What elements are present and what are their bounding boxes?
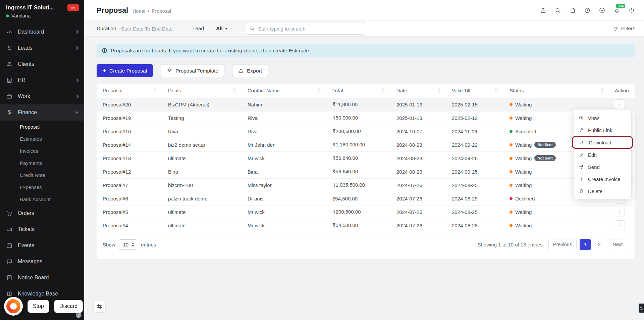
sidebar-item-finance[interactable]: $ Finance xyxy=(0,104,84,121)
sidebar-item-hr[interactable]: HR xyxy=(0,72,84,88)
sidebar-item-dashboard[interactable]: Dashboard xyxy=(0,24,84,40)
column-header-proposal[interactable]: Proposal xyxy=(97,84,162,98)
page-2-button[interactable]: 2 xyxy=(594,239,605,250)
search-button[interactable] xyxy=(553,6,562,15)
column-header-valid-till[interactable]: Valid Till xyxy=(446,84,503,98)
cell-date: 2024-08-23 xyxy=(390,165,446,178)
gift-button[interactable] xyxy=(539,6,547,15)
menu-item-view[interactable]: View xyxy=(574,112,631,124)
cell-proposal: Proposal#5 xyxy=(97,205,162,219)
stop-button[interactable]: Stop xyxy=(28,300,49,313)
sidebar-item-work[interactable]: Work xyxy=(0,88,84,104)
sidebar-item-leads[interactable]: Leads xyxy=(0,40,84,56)
edit-icon xyxy=(579,152,584,157)
cell-date: 2025-01-13 xyxy=(390,111,446,125)
menu-item-delete[interactable]: Delete xyxy=(574,185,631,197)
menu-item-download[interactable]: Download xyxy=(572,136,633,149)
show-label: Show xyxy=(103,242,115,247)
cell-valid-till: 2024-08-28 xyxy=(446,219,503,232)
duration-input[interactable] xyxy=(121,26,188,32)
cell-total: ₹200,600.00 xyxy=(326,205,390,219)
download-icon xyxy=(580,140,585,145)
cell-deals: Bina xyxy=(162,165,241,178)
cell-status: Waiting xyxy=(503,98,609,111)
cell-total: $54,500.00 xyxy=(326,192,390,205)
cell-deals: ultimate xyxy=(162,205,241,219)
cell-action xyxy=(609,219,635,232)
power-button[interactable] xyxy=(627,6,636,15)
sidebar-item-tickets[interactable]: Tickets xyxy=(0,221,84,237)
filters-button[interactable]: Filters xyxy=(613,26,635,32)
previous-page-button[interactable]: Previous xyxy=(548,239,577,250)
proposal-template-button[interactable]: Proposal Template xyxy=(161,64,224,77)
cell-valid-till: 2024-09-26 xyxy=(446,151,503,165)
page-title: Proposal xyxy=(97,6,128,15)
sidebar-subitem-bank-account[interactable]: Bank Account xyxy=(0,193,84,205)
table-header-row: Proposal Deals Contact Name Total Date V… xyxy=(97,84,635,98)
clients-icon xyxy=(6,61,13,67)
swap-button[interactable] xyxy=(93,300,105,312)
messages-icon xyxy=(6,258,13,265)
lead-dropdown[interactable]: All xyxy=(216,26,228,32)
sidebar-subitem-expenses[interactable]: Expenses xyxy=(0,181,84,193)
create-proposal-button[interactable]: + Create Proposal xyxy=(97,64,153,77)
menu-item-public-link[interactable]: Public Link xyxy=(574,124,631,136)
proposal-table-card: Proposal Deals Contact Name Total Date V… xyxy=(97,84,635,259)
layers-icon xyxy=(167,68,172,74)
discard-button[interactable]: Discard xyxy=(54,300,83,313)
sidebar-item-messages[interactable]: Messages xyxy=(0,254,84,270)
sidebar-subitem-invoices[interactable]: Invoices xyxy=(0,145,84,157)
sidebar-item-events[interactable]: Events xyxy=(0,237,84,254)
sidebar-item-clients[interactable]: Clients xyxy=(0,56,84,72)
sidebar-subitem-payments[interactable]: Payments xyxy=(0,157,84,169)
breadcrumb-current: Proposal xyxy=(152,8,171,14)
cell-deals: palzin track demo xyxy=(162,192,241,205)
app-logo[interactable] xyxy=(4,297,23,316)
column-header-date[interactable]: Date xyxy=(390,84,446,98)
menu-item-edit[interactable]: Edit xyxy=(574,149,631,161)
export-button[interactable]: Export xyxy=(232,64,268,77)
tickets-icon xyxy=(6,226,13,233)
add-new-button[interactable] xyxy=(598,6,606,15)
sort-icon xyxy=(233,88,236,93)
column-header-contact-name[interactable]: Contact Name xyxy=(241,84,326,98)
breadcrumb: Home • Proposal xyxy=(132,8,171,14)
vertical-dots-icon xyxy=(617,209,623,215)
row-actions-context-menu: View Public Link Download Edit Send Crea… xyxy=(574,109,631,199)
cell-proposal: Proposal#7 xyxy=(97,178,162,192)
notifications-button[interactable]: 384 xyxy=(612,6,621,15)
history-button[interactable] xyxy=(583,6,592,15)
column-header-deals[interactable]: Deals xyxy=(162,84,241,98)
company-header[interactable]: Ingress IT Soluti... Vandana IN xyxy=(0,0,84,22)
menu-item-send[interactable]: Send xyxy=(574,161,631,173)
sidebar-subitem-credit-note[interactable]: Credit Note xyxy=(0,169,84,181)
row-actions-button[interactable] xyxy=(615,99,625,109)
sidebar-item-orders[interactable]: Orders xyxy=(0,205,84,221)
sidebar-item-label: Dashboard xyxy=(18,29,44,35)
next-page-button[interactable]: Next xyxy=(608,239,627,250)
table-row: Proposal#6 palzin track demo Dr anis $54… xyxy=(97,192,635,205)
breadcrumb-home-link[interactable]: Home xyxy=(132,8,146,14)
menu-item-create-invoice[interactable]: Create Invoice xyxy=(574,173,631,185)
notes-button[interactable] xyxy=(568,6,577,15)
cell-date: 2024-07-26 xyxy=(390,192,446,205)
sidebar-item-label: Work xyxy=(18,93,30,99)
column-header-total[interactable]: Total xyxy=(326,84,390,98)
sidebar-item-notice-board[interactable]: Notice Board xyxy=(0,270,84,286)
cell-contact: Dr anis xyxy=(241,192,326,205)
gift-icon xyxy=(540,7,546,14)
page-1-button[interactable]: 1 xyxy=(580,239,591,250)
cell-total: ₹200,600.00 xyxy=(326,125,390,138)
row-actions-button[interactable] xyxy=(615,207,625,217)
notice-board-icon xyxy=(6,274,13,281)
sidebar-subitem-proposal[interactable]: Proposal xyxy=(0,121,84,133)
search-input[interactable] xyxy=(258,26,362,32)
app-root: Ingress IT Soluti... Vandana IN Dashboar… xyxy=(0,0,644,320)
sort-icon xyxy=(600,88,603,93)
sidebar-subitem-estimates[interactable]: Estimates xyxy=(0,133,84,145)
column-header-status[interactable]: Status xyxy=(503,84,609,98)
cell-proposal: Proposal#12 xyxy=(97,165,162,178)
row-actions-button[interactable] xyxy=(615,220,625,230)
entries-per-page-select[interactable]: 10 xyxy=(119,239,138,250)
eye-icon xyxy=(579,115,584,121)
